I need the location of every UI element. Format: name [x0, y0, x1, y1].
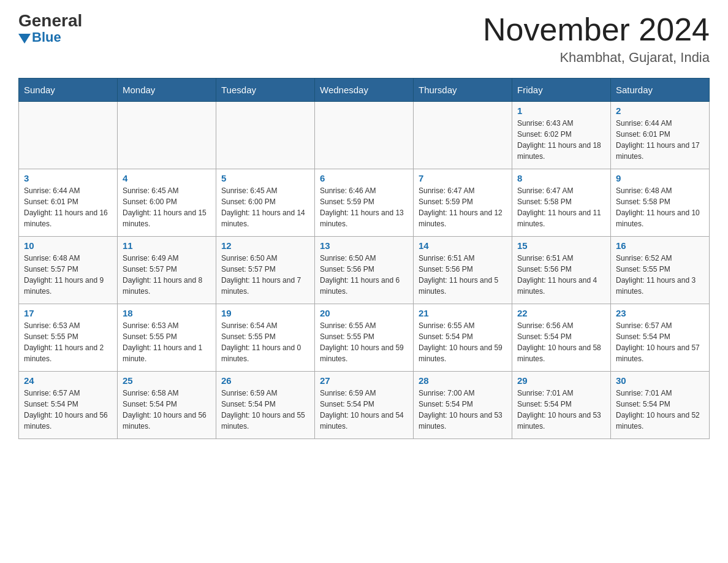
page-header: General Blue November 2024 Khambhat, Guj… [18, 12, 710, 66]
calendar-cell: 20Sunrise: 6:55 AMSunset: 5:55 PMDayligh… [315, 304, 414, 372]
day-number: 4 [123, 173, 211, 183]
day-sun-info: Sunrise: 6:47 AMSunset: 5:59 PMDaylight:… [419, 185, 507, 229]
day-sun-info: Sunrise: 6:44 AMSunset: 6:01 PMDaylight:… [616, 118, 704, 162]
month-year-title: November 2024 [483, 12, 710, 47]
calendar-cell: 30Sunrise: 7:01 AMSunset: 5:54 PMDayligh… [611, 372, 710, 439]
day-number: 22 [517, 308, 605, 318]
day-sun-info: Sunrise: 6:59 AMSunset: 5:54 PMDaylight:… [320, 388, 408, 432]
day-number: 13 [320, 240, 408, 251]
day-sun-info: Sunrise: 6:51 AMSunset: 5:56 PMDaylight:… [419, 253, 507, 297]
calendar-cell [315, 102, 414, 169]
day-number: 12 [221, 240, 309, 251]
weekday-header-tuesday: Tuesday [216, 79, 315, 102]
calendar-week-row: 17Sunrise: 6:53 AMSunset: 5:55 PMDayligh… [19, 304, 710, 372]
calendar-cell: 17Sunrise: 6:53 AMSunset: 5:55 PMDayligh… [19, 304, 118, 372]
day-number: 16 [616, 240, 704, 251]
weekday-header-saturday: Saturday [611, 79, 710, 102]
calendar-cell: 18Sunrise: 6:53 AMSunset: 5:55 PMDayligh… [118, 304, 216, 372]
calendar-cell [118, 102, 216, 169]
calendar-cell: 26Sunrise: 6:59 AMSunset: 5:54 PMDayligh… [216, 372, 315, 439]
calendar-cell: 29Sunrise: 7:01 AMSunset: 5:54 PMDayligh… [512, 372, 611, 439]
day-sun-info: Sunrise: 6:55 AMSunset: 5:55 PMDaylight:… [320, 320, 408, 364]
day-sun-info: Sunrise: 6:52 AMSunset: 5:55 PMDaylight:… [616, 253, 704, 297]
calendar-week-row: 24Sunrise: 6:57 AMSunset: 5:54 PMDayligh… [19, 372, 710, 439]
location-subtitle: Khambhat, Gujarat, India [483, 50, 710, 66]
calendar-week-row: 3Sunrise: 6:44 AMSunset: 6:01 PMDaylight… [19, 169, 710, 237]
day-number: 10 [24, 240, 112, 251]
calendar-cell: 1Sunrise: 6:43 AMSunset: 6:02 PMDaylight… [512, 102, 611, 169]
day-number: 25 [123, 375, 211, 386]
day-sun-info: Sunrise: 6:57 AMSunset: 5:54 PMDaylight:… [616, 320, 704, 364]
calendar-cell: 7Sunrise: 6:47 AMSunset: 5:59 PMDaylight… [414, 169, 512, 237]
logo: General Blue [18, 12, 82, 45]
day-number: 20 [320, 308, 408, 318]
calendar-week-row: 10Sunrise: 6:48 AMSunset: 5:57 PMDayligh… [19, 237, 710, 304]
calendar-cell: 6Sunrise: 6:46 AMSunset: 5:59 PMDaylight… [315, 169, 414, 237]
calendar-cell: 13Sunrise: 6:50 AMSunset: 5:56 PMDayligh… [315, 237, 414, 304]
day-sun-info: Sunrise: 6:57 AMSunset: 5:54 PMDaylight:… [24, 388, 112, 432]
day-number: 8 [517, 173, 605, 183]
day-number: 3 [24, 173, 112, 183]
title-section: November 2024 Khambhat, Gujarat, India [483, 12, 710, 66]
calendar-cell: 4Sunrise: 6:45 AMSunset: 6:00 PMDaylight… [118, 169, 216, 237]
weekday-header-sunday: Sunday [19, 79, 118, 102]
day-sun-info: Sunrise: 6:48 AMSunset: 5:57 PMDaylight:… [24, 253, 112, 297]
day-sun-info: Sunrise: 6:53 AMSunset: 5:55 PMDaylight:… [24, 320, 112, 364]
weekday-header-thursday: Thursday [414, 79, 512, 102]
day-number: 14 [419, 240, 507, 251]
day-number: 18 [123, 308, 211, 318]
calendar-table: SundayMondayTuesdayWednesdayThursdayFrid… [18, 78, 710, 439]
day-sun-info: Sunrise: 6:47 AMSunset: 5:58 PMDaylight:… [517, 185, 605, 229]
day-sun-info: Sunrise: 6:45 AMSunset: 6:00 PMDaylight:… [221, 185, 309, 229]
calendar-cell: 21Sunrise: 6:55 AMSunset: 5:54 PMDayligh… [414, 304, 512, 372]
day-number: 11 [123, 240, 211, 251]
calendar-cell: 27Sunrise: 6:59 AMSunset: 5:54 PMDayligh… [315, 372, 414, 439]
calendar-cell: 10Sunrise: 6:48 AMSunset: 5:57 PMDayligh… [19, 237, 118, 304]
calendar-cell: 12Sunrise: 6:50 AMSunset: 5:57 PMDayligh… [216, 237, 315, 304]
day-sun-info: Sunrise: 6:49 AMSunset: 5:57 PMDaylight:… [123, 253, 211, 297]
calendar-cell: 9Sunrise: 6:48 AMSunset: 5:58 PMDaylight… [611, 169, 710, 237]
day-number: 1 [517, 105, 605, 116]
day-number: 6 [320, 173, 408, 183]
day-sun-info: Sunrise: 6:59 AMSunset: 5:54 PMDaylight:… [221, 388, 309, 432]
day-sun-info: Sunrise: 6:50 AMSunset: 5:56 PMDaylight:… [320, 253, 408, 297]
weekday-header-friday: Friday [512, 79, 611, 102]
day-number: 23 [616, 308, 704, 318]
calendar-cell: 25Sunrise: 6:58 AMSunset: 5:54 PMDayligh… [118, 372, 216, 439]
calendar-week-row: 1Sunrise: 6:43 AMSunset: 6:02 PMDaylight… [19, 102, 710, 169]
logo-blue-text: Blue [18, 29, 61, 45]
calendar-cell: 22Sunrise: 6:56 AMSunset: 5:54 PMDayligh… [512, 304, 611, 372]
calendar-cell: 5Sunrise: 6:45 AMSunset: 6:00 PMDaylight… [216, 169, 315, 237]
day-sun-info: Sunrise: 6:43 AMSunset: 6:02 PMDaylight:… [517, 118, 605, 162]
weekday-header-row: SundayMondayTuesdayWednesdayThursdayFrid… [19, 79, 710, 102]
day-sun-info: Sunrise: 6:46 AMSunset: 5:59 PMDaylight:… [320, 185, 408, 229]
calendar-cell: 19Sunrise: 6:54 AMSunset: 5:55 PMDayligh… [216, 304, 315, 372]
calendar-cell: 11Sunrise: 6:49 AMSunset: 5:57 PMDayligh… [118, 237, 216, 304]
weekday-header-wednesday: Wednesday [315, 79, 414, 102]
day-sun-info: Sunrise: 6:48 AMSunset: 5:58 PMDaylight:… [616, 185, 704, 229]
calendar-cell [414, 102, 512, 169]
day-number: 7 [419, 173, 507, 183]
weekday-header-monday: Monday [118, 79, 216, 102]
day-sun-info: Sunrise: 6:55 AMSunset: 5:54 PMDaylight:… [419, 320, 507, 364]
day-number: 17 [24, 308, 112, 318]
day-sun-info: Sunrise: 7:01 AMSunset: 5:54 PMDaylight:… [616, 388, 704, 432]
calendar-cell: 24Sunrise: 6:57 AMSunset: 5:54 PMDayligh… [19, 372, 118, 439]
calendar-cell [19, 102, 118, 169]
day-sun-info: Sunrise: 6:58 AMSunset: 5:54 PMDaylight:… [123, 388, 211, 432]
day-number: 27 [320, 375, 408, 386]
calendar-cell: 8Sunrise: 6:47 AMSunset: 5:58 PMDaylight… [512, 169, 611, 237]
day-sun-info: Sunrise: 6:56 AMSunset: 5:54 PMDaylight:… [517, 320, 605, 364]
day-sun-info: Sunrise: 6:50 AMSunset: 5:57 PMDaylight:… [221, 253, 309, 297]
calendar-cell [216, 102, 315, 169]
calendar-cell: 2Sunrise: 6:44 AMSunset: 6:01 PMDaylight… [611, 102, 710, 169]
calendar-cell: 3Sunrise: 6:44 AMSunset: 6:01 PMDaylight… [19, 169, 118, 237]
calendar-cell: 15Sunrise: 6:51 AMSunset: 5:56 PMDayligh… [512, 237, 611, 304]
calendar-cell: 23Sunrise: 6:57 AMSunset: 5:54 PMDayligh… [611, 304, 710, 372]
day-number: 15 [517, 240, 605, 251]
logo-general-text: General [18, 12, 82, 29]
day-number: 9 [616, 173, 704, 183]
day-sun-info: Sunrise: 7:01 AMSunset: 5:54 PMDaylight:… [517, 388, 605, 432]
day-number: 29 [517, 375, 605, 386]
day-number: 28 [419, 375, 507, 386]
